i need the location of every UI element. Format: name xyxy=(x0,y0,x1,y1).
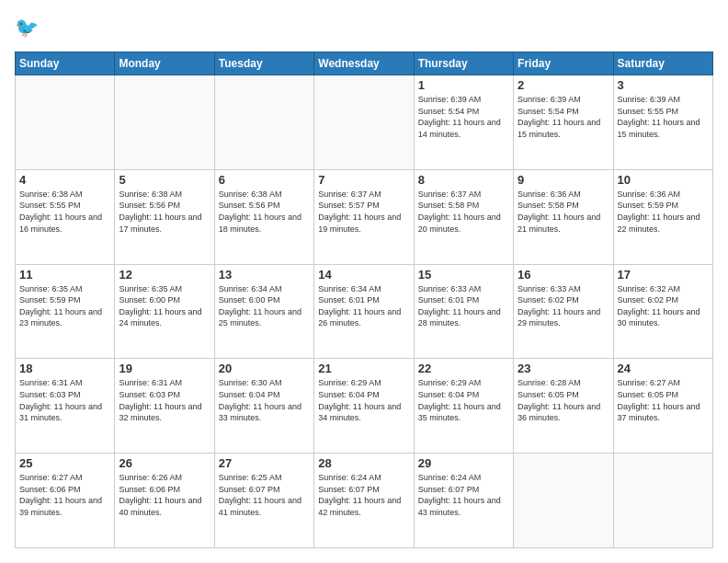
day-number: 15 xyxy=(418,268,509,282)
day-header-tuesday: Tuesday xyxy=(214,52,313,75)
day-number: 25 xyxy=(19,456,110,470)
day-number: 26 xyxy=(119,456,210,470)
day-info: Sunrise: 6:33 AM Sunset: 6:02 PM Dayligh… xyxy=(518,283,609,329)
day-number: 19 xyxy=(119,362,210,375)
day-header-sunday: Sunday xyxy=(16,52,115,75)
calendar-cell: 16Sunrise: 6:33 AM Sunset: 6:02 PM Dayli… xyxy=(514,264,613,359)
day-number: 20 xyxy=(219,362,310,375)
calendar-cell: 11Sunrise: 6:35 AM Sunset: 5:59 PM Dayli… xyxy=(16,264,115,359)
calendar-cell xyxy=(314,75,414,170)
day-info: Sunrise: 6:34 AM Sunset: 6:00 PM Dayligh… xyxy=(219,283,310,329)
day-header-monday: Monday xyxy=(115,52,214,75)
calendar-cell: 5Sunrise: 6:38 AM Sunset: 5:56 PM Daylig… xyxy=(115,169,214,264)
day-info: Sunrise: 6:30 AM Sunset: 6:04 PM Dayligh… xyxy=(219,377,310,423)
day-number: 21 xyxy=(318,362,409,375)
calendar-cell xyxy=(613,454,712,548)
calendar-week-4: 25Sunrise: 6:27 AM Sunset: 6:06 PM Dayli… xyxy=(16,454,713,548)
day-number: 27 xyxy=(219,456,310,470)
day-number: 9 xyxy=(518,173,609,187)
calendar-cell: 26Sunrise: 6:26 AM Sunset: 6:06 PM Dayli… xyxy=(115,454,214,548)
day-info: Sunrise: 6:26 AM Sunset: 6:06 PM Dayligh… xyxy=(119,472,210,518)
day-number: 3 xyxy=(618,78,709,92)
day-info: Sunrise: 6:27 AM Sunset: 6:06 PM Dayligh… xyxy=(19,472,110,518)
day-info: Sunrise: 6:34 AM Sunset: 6:01 PM Dayligh… xyxy=(318,283,409,329)
calendar-cell: 27Sunrise: 6:25 AM Sunset: 6:07 PM Dayli… xyxy=(214,454,313,548)
day-number: 1 xyxy=(418,78,509,92)
day-info: Sunrise: 6:39 AM Sunset: 5:54 PM Dayligh… xyxy=(518,94,609,140)
day-info: Sunrise: 6:29 AM Sunset: 6:04 PM Dayligh… xyxy=(318,377,409,423)
day-info: Sunrise: 6:38 AM Sunset: 5:56 PM Dayligh… xyxy=(219,189,310,235)
day-number: 22 xyxy=(418,362,509,375)
day-info: Sunrise: 6:24 AM Sunset: 6:07 PM Dayligh… xyxy=(318,472,409,518)
calendar-cell xyxy=(16,75,115,170)
day-number: 28 xyxy=(318,456,409,470)
calendar-cell: 3Sunrise: 6:39 AM Sunset: 5:55 PM Daylig… xyxy=(613,75,712,170)
day-header-friday: Friday xyxy=(514,52,613,75)
calendar-cell: 2Sunrise: 6:39 AM Sunset: 5:54 PM Daylig… xyxy=(514,75,613,170)
day-info: Sunrise: 6:28 AM Sunset: 6:05 PM Dayligh… xyxy=(518,377,609,423)
header: 🐦 xyxy=(15,15,713,42)
calendar-week-1: 4Sunrise: 6:38 AM Sunset: 5:55 PM Daylig… xyxy=(16,169,713,264)
calendar-cell: 7Sunrise: 6:37 AM Sunset: 5:57 PM Daylig… xyxy=(314,169,414,264)
day-info: Sunrise: 6:31 AM Sunset: 6:03 PM Dayligh… xyxy=(119,377,210,423)
day-info: Sunrise: 6:37 AM Sunset: 5:57 PM Dayligh… xyxy=(318,189,409,235)
day-number: 6 xyxy=(219,173,310,187)
calendar-cell: 12Sunrise: 6:35 AM Sunset: 6:00 PM Dayli… xyxy=(115,264,214,359)
calendar-cell: 22Sunrise: 6:29 AM Sunset: 6:04 PM Dayli… xyxy=(414,359,513,454)
day-number: 11 xyxy=(19,268,110,282)
day-number: 10 xyxy=(618,173,709,187)
calendar-cell: 13Sunrise: 6:34 AM Sunset: 6:00 PM Dayli… xyxy=(214,264,313,359)
day-info: Sunrise: 6:31 AM Sunset: 6:03 PM Dayligh… xyxy=(19,377,110,423)
day-number: 23 xyxy=(518,362,609,375)
day-header-wednesday: Wednesday xyxy=(314,52,414,75)
day-info: Sunrise: 6:38 AM Sunset: 5:56 PM Dayligh… xyxy=(119,189,210,235)
calendar-cell: 8Sunrise: 6:37 AM Sunset: 5:58 PM Daylig… xyxy=(414,169,513,264)
calendar-week-2: 11Sunrise: 6:35 AM Sunset: 5:59 PM Dayli… xyxy=(16,264,713,359)
calendar-cell: 24Sunrise: 6:27 AM Sunset: 6:05 PM Dayli… xyxy=(613,359,712,454)
day-info: Sunrise: 6:35 AM Sunset: 6:00 PM Dayligh… xyxy=(119,283,210,329)
calendar-cell: 4Sunrise: 6:38 AM Sunset: 5:55 PM Daylig… xyxy=(16,169,115,264)
day-number: 12 xyxy=(119,268,210,282)
day-headers-row: SundayMondayTuesdayWednesdayThursdayFrid… xyxy=(16,52,713,75)
day-number: 24 xyxy=(618,362,709,375)
calendar-cell: 6Sunrise: 6:38 AM Sunset: 5:56 PM Daylig… xyxy=(214,169,313,264)
calendar-cell: 17Sunrise: 6:32 AM Sunset: 6:02 PM Dayli… xyxy=(613,264,712,359)
calendar-cell xyxy=(214,75,313,170)
calendar-cell: 14Sunrise: 6:34 AM Sunset: 6:01 PM Dayli… xyxy=(314,264,414,359)
page: 🐦 SundayMondayTuesdayWednesdayThursdayFr… xyxy=(0,0,728,563)
day-info: Sunrise: 6:39 AM Sunset: 5:54 PM Dayligh… xyxy=(418,94,509,140)
calendar-cell: 25Sunrise: 6:27 AM Sunset: 6:06 PM Dayli… xyxy=(16,454,115,548)
day-info: Sunrise: 6:25 AM Sunset: 6:07 PM Dayligh… xyxy=(219,472,310,518)
day-info: Sunrise: 6:35 AM Sunset: 5:59 PM Dayligh… xyxy=(19,283,110,329)
calendar-cell: 10Sunrise: 6:36 AM Sunset: 5:59 PM Dayli… xyxy=(613,169,712,264)
day-number: 4 xyxy=(19,173,110,187)
day-header-thursday: Thursday xyxy=(414,52,513,75)
day-info: Sunrise: 6:24 AM Sunset: 6:07 PM Dayligh… xyxy=(418,472,509,518)
day-number: 13 xyxy=(219,268,310,282)
day-number: 16 xyxy=(518,268,609,282)
calendar-week-0: 1Sunrise: 6:39 AM Sunset: 5:54 PM Daylig… xyxy=(16,75,713,170)
calendar-cell: 18Sunrise: 6:31 AM Sunset: 6:03 PM Dayli… xyxy=(16,359,115,454)
calendar-cell: 28Sunrise: 6:24 AM Sunset: 6:07 PM Dayli… xyxy=(314,454,414,548)
day-info: Sunrise: 6:38 AM Sunset: 5:55 PM Dayligh… xyxy=(19,189,110,235)
day-number: 29 xyxy=(418,456,509,470)
day-number: 17 xyxy=(618,268,709,282)
day-number: 5 xyxy=(119,173,210,187)
day-info: Sunrise: 6:39 AM Sunset: 5:55 PM Dayligh… xyxy=(618,94,709,140)
svg-text:🐦: 🐦 xyxy=(15,16,40,40)
day-info: Sunrise: 6:27 AM Sunset: 6:05 PM Dayligh… xyxy=(618,377,709,423)
day-info: Sunrise: 6:29 AM Sunset: 6:04 PM Dayligh… xyxy=(418,377,509,423)
day-number: 18 xyxy=(19,362,110,375)
calendar-cell: 19Sunrise: 6:31 AM Sunset: 6:03 PM Dayli… xyxy=(115,359,214,454)
day-info: Sunrise: 6:36 AM Sunset: 5:58 PM Dayligh… xyxy=(518,189,609,235)
day-number: 14 xyxy=(318,268,409,282)
logo: 🐦 xyxy=(15,15,46,42)
calendar-cell: 1Sunrise: 6:39 AM Sunset: 5:54 PM Daylig… xyxy=(414,75,513,170)
calendar-cell xyxy=(514,454,613,548)
calendar-cell: 23Sunrise: 6:28 AM Sunset: 6:05 PM Dayli… xyxy=(514,359,613,454)
day-number: 2 xyxy=(518,78,609,92)
calendar-table: SundayMondayTuesdayWednesdayThursdayFrid… xyxy=(15,52,713,548)
day-number: 7 xyxy=(318,173,409,187)
calendar-cell: 20Sunrise: 6:30 AM Sunset: 6:04 PM Dayli… xyxy=(214,359,313,454)
calendar-cell: 21Sunrise: 6:29 AM Sunset: 6:04 PM Dayli… xyxy=(314,359,414,454)
